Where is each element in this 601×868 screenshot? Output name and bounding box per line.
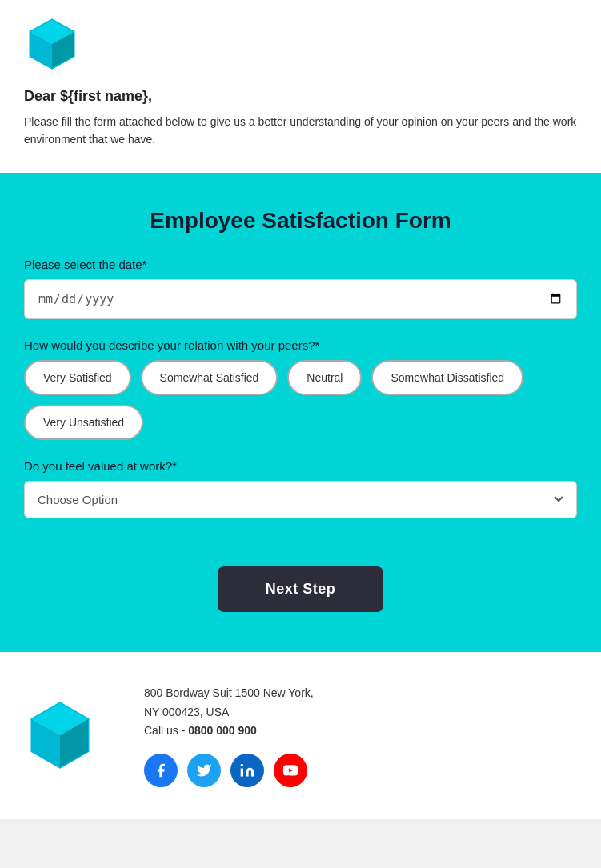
option-somewhat-satisfied[interactable]: Somewhat Satisfied (141, 360, 278, 395)
svg-point-10 (241, 764, 243, 766)
footer-section: 800 Bordway Suit 1500 New York, NY 00042… (0, 652, 601, 819)
footer-contact: 800 Bordway Suit 1500 New York, NY 00042… (96, 684, 577, 787)
peers-label: How would you describe your relation wit… (24, 338, 577, 352)
valued-label: Do you feel valued at work?* (24, 459, 577, 473)
header-section: Dear ${first name}, Please fill the form… (0, 0, 601, 176)
next-step-button[interactable]: Next Step (218, 566, 384, 612)
description-text: Please fill the form attached below to g… (24, 113, 577, 149)
address-line2: NY 000423, USA (144, 706, 229, 718)
option-very-unsatisfied[interactable]: Very Unsatisfied (24, 405, 143, 440)
greeting-text: Dear ${first name}, (24, 88, 577, 105)
peers-radio-group: Very Satisfied Somewhat Satisfied Neutra… (24, 360, 577, 440)
footer-logo (24, 699, 96, 771)
social-icons-group (144, 754, 577, 787)
phone-number: 0800 000 900 (188, 724, 257, 737)
youtube-icon[interactable] (274, 754, 307, 787)
twitter-icon[interactable] (187, 754, 221, 787)
valued-select-wrapper: Choose Option Yes No Sometimes (24, 481, 577, 542)
form-section: Employee Satisfaction Form Please select… (0, 176, 601, 652)
form-title: Employee Satisfaction Form (24, 208, 577, 234)
linkedin-icon[interactable] (230, 754, 264, 787)
date-label: Please select the date* (24, 258, 577, 271)
valued-select[interactable]: Choose Option Yes No Sometimes (24, 481, 577, 518)
option-very-satisfied[interactable]: Very Satisfied (24, 360, 131, 395)
date-input[interactable] (24, 279, 577, 319)
option-somewhat-dissatisfied[interactable]: Somewhat Dissatisfied (371, 360, 523, 395)
option-neutral[interactable]: Neutral (287, 360, 362, 395)
facebook-icon[interactable] (144, 754, 178, 787)
footer-address: 800 Bordway Suit 1500 New York, NY 00042… (144, 684, 577, 741)
call-label: Call us - (144, 724, 188, 737)
address-line1: 800 Bordway Suit 1500 New York, (144, 686, 314, 699)
header-logo (24, 16, 80, 72)
